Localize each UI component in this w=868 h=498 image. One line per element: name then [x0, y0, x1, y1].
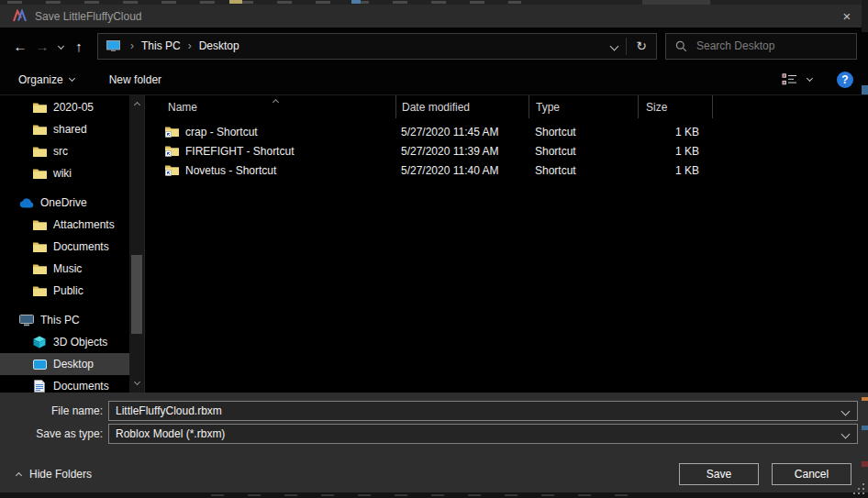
sidebar-item-attachments[interactable]: Attachments: [0, 214, 129, 236]
sidebar-item-onedrive[interactable]: OneDrive: [0, 192, 129, 214]
sidebar-item-this-pc[interactable]: This PC: [0, 309, 129, 331]
sidebar-item-label: This PC: [40, 314, 80, 326]
column-header-type[interactable]: Type: [529, 95, 638, 118]
sidebar-item-2020-05[interactable]: 2020-05: [0, 96, 129, 118]
column-header-row: Name Date modified Type Size: [145, 95, 868, 118]
monitor-icon: [18, 315, 35, 326]
organize-button[interactable]: Organize: [18, 73, 74, 86]
sidebar-item-label: Desktop: [53, 358, 94, 371]
search-input[interactable]: [695, 39, 856, 53]
up-button[interactable]: ↑: [68, 39, 90, 53]
breadcrumb-separator: ›: [126, 39, 139, 52]
breadcrumb-desktop[interactable]: Desktop: [196, 39, 242, 52]
breadcrumb-separator: ›: [184, 39, 196, 52]
cube-3d-icon: [31, 336, 48, 349]
sidebar-item-desktop[interactable]: Desktop: [0, 353, 129, 375]
table-row[interactable]: Novetus - Shortcut 5/27/2020 11:40 AM Sh…: [145, 160, 868, 180]
folder-icon: [31, 102, 48, 113]
forward-button[interactable]: →: [31, 39, 53, 53]
type-cell: Shortcut: [529, 164, 638, 177]
cancel-button[interactable]: Cancel: [772, 463, 851, 485]
file-name-text: Novetus - Shortcut: [185, 164, 276, 177]
save-as-type-label: Save as type:: [0, 427, 103, 440]
save-as-type-value: Roblox Model (*.rbxm): [109, 427, 225, 440]
command-toolbar: Organize New folder: [0, 64, 868, 94]
sidebar-item-src[interactable]: src: [0, 140, 129, 162]
folder-icon: [31, 241, 48, 252]
arrow-up-icon: ↑: [75, 39, 83, 54]
recent-locations-button[interactable]: [53, 44, 68, 49]
scrollbar-thumb[interactable]: [131, 255, 142, 334]
sidebar-item-3d-objects[interactable]: 3D Objects: [0, 331, 129, 353]
sidebar-item-label: Music: [53, 262, 82, 275]
sidebar-scrollbar[interactable]: [129, 95, 144, 393]
novetus-app-icon: [12, 9, 28, 23]
size-cell: 1 KB: [638, 145, 713, 158]
chevron-up-icon: [16, 471, 22, 478]
address-dropdown-button[interactable]: [602, 34, 626, 59]
table-row[interactable]: FIREFIGHT - Shortcut 5/27/2020 11:39 AM …: [145, 141, 868, 160]
chevron-down-icon: [609, 41, 618, 50]
close-button[interactable]: ×: [826, 5, 868, 28]
sidebar-item-label: Documents: [53, 380, 109, 393]
size-cell: 1 KB: [638, 164, 713, 177]
folder-icon: [31, 146, 48, 157]
file-name-input[interactable]: [109, 402, 857, 420]
scroll-up-button[interactable]: [129, 97, 144, 112]
date-modified-cell: 5/27/2020 11:45 AM: [395, 126, 529, 138]
sidebar-item-documents-this-pc[interactable]: Documents: [0, 375, 129, 393]
sidebar-item-music[interactable]: Music: [0, 258, 129, 280]
column-header-label: Date modified: [402, 101, 470, 114]
new-folder-button[interactable]: New folder: [109, 73, 161, 86]
chevron-down-icon: [133, 379, 139, 385]
back-button[interactable]: ←: [9, 39, 31, 53]
folder-tree-sidebar: 2020-05 shared src wiki OneDrive Attachm…: [0, 95, 144, 393]
column-header-name[interactable]: Name: [145, 95, 395, 118]
hide-folders-button[interactable]: Hide Folders: [17, 468, 92, 481]
resize-grip[interactable]: [852, 483, 864, 495]
save-dialog-window: Save LittleFluffyCloud × ← → ↑ › This PC…: [0, 0, 868, 498]
table-row[interactable]: crap - Shortcut 5/27/2020 11:45 AM Short…: [145, 122, 868, 141]
dialog-content: 2020-05 shared src wiki OneDrive Attachm…: [0, 94, 868, 393]
help-icon: ?: [841, 73, 848, 86]
file-name-text: crap - Shortcut: [185, 126, 258, 138]
sidebar-item-documents-onedrive[interactable]: Documents: [0, 236, 129, 258]
refresh-button[interactable]: ↻: [627, 34, 656, 59]
arrow-right-icon: →: [36, 39, 50, 54]
arrow-left-icon: ←: [14, 39, 28, 54]
chevron-down-icon: [69, 75, 75, 82]
onedrive-cloud-icon: [18, 198, 35, 208]
column-header-size[interactable]: Size: [638, 95, 713, 118]
organize-label: Organize: [18, 73, 63, 86]
toolbar-right-group: ?: [782, 72, 853, 88]
help-button[interactable]: ?: [837, 72, 853, 88]
chevron-down-icon[interactable]: [841, 430, 851, 439]
folder-icon: [31, 168, 48, 179]
address-bar[interactable]: › This PC › Desktop ↻: [97, 33, 657, 60]
sidebar-item-shared[interactable]: shared: [0, 118, 129, 140]
date-modified-cell: 5/27/2020 11:39 AM: [395, 145, 529, 158]
folder-shortcut-icon: [165, 126, 179, 138]
file-name-cell: crap - Shortcut: [145, 126, 395, 138]
sidebar-item-label: Documents: [53, 240, 109, 253]
sidebar-item-public[interactable]: Public: [0, 280, 129, 302]
sidebar-item-label: shared: [53, 123, 87, 136]
column-header-label: Type: [536, 101, 560, 114]
background-window-top-sliver: [0, 0, 868, 5]
new-folder-label: New folder: [109, 73, 161, 86]
breadcrumb-this-pc[interactable]: This PC: [139, 39, 184, 52]
sidebar-item-label: src: [53, 145, 68, 158]
file-name-combo[interactable]: [108, 401, 858, 421]
save-button[interactable]: Save: [679, 463, 759, 485]
sidebar-item-wiki[interactable]: wiki: [0, 162, 129, 184]
save-as-type-select[interactable]: Roblox Model (*.rbxm): [108, 424, 858, 444]
search-box[interactable]: [665, 33, 857, 60]
sidebar-item-label: OneDrive: [40, 196, 87, 209]
folder-shortcut-icon: [165, 164, 179, 176]
view-options-chevron-icon[interactable]: [807, 75, 813, 82]
file-name-cell: Novetus - Shortcut: [145, 164, 395, 177]
scroll-down-button[interactable]: [129, 376, 144, 391]
type-cell: Shortcut: [529, 126, 638, 138]
column-header-date-modified[interactable]: Date modified: [395, 95, 529, 118]
details-view-icon[interactable]: [782, 73, 797, 85]
